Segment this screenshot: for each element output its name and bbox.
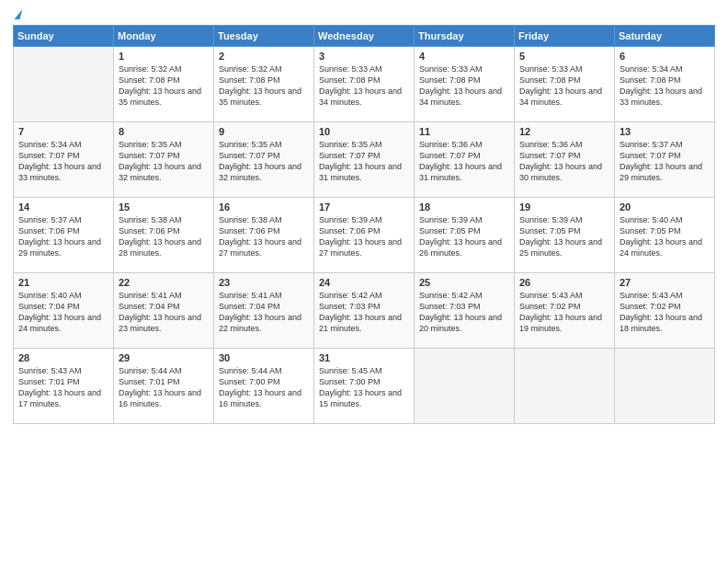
day-info: Sunrise: 5:38 AMSunset: 7:06 PMDaylight:… bbox=[119, 214, 209, 259]
day-cell: 7Sunrise: 5:34 AMSunset: 7:07 PMDaylight… bbox=[14, 122, 114, 198]
day-cell bbox=[14, 47, 114, 122]
day-cell bbox=[415, 349, 515, 424]
day-info: Sunrise: 5:33 AMSunset: 7:08 PMDaylight:… bbox=[419, 63, 509, 109]
day-info: Sunrise: 5:42 AMSunset: 7:03 PMDaylight:… bbox=[419, 290, 509, 335]
header bbox=[13, 9, 715, 19]
day-info: Sunrise: 5:43 AMSunset: 7:01 PMDaylight:… bbox=[18, 365, 108, 410]
day-info: Sunrise: 5:35 AMSunset: 7:07 PMDaylight:… bbox=[119, 139, 209, 184]
day-info: Sunrise: 5:39 AMSunset: 7:05 PMDaylight:… bbox=[519, 214, 609, 259]
day-cell: 27Sunrise: 5:43 AMSunset: 7:02 PMDayligh… bbox=[615, 273, 715, 349]
week-row-4: 21Sunrise: 5:40 AMSunset: 7:04 PMDayligh… bbox=[14, 273, 715, 349]
day-number: 11 bbox=[419, 126, 509, 137]
day-header-thursday: Thursday bbox=[415, 26, 515, 47]
day-number: 13 bbox=[620, 126, 710, 137]
day-number: 29 bbox=[119, 352, 209, 363]
day-cell: 9Sunrise: 5:35 AMSunset: 7:07 PMDaylight… bbox=[214, 122, 314, 198]
day-cell: 8Sunrise: 5:35 AMSunset: 7:07 PMDaylight… bbox=[114, 122, 214, 198]
week-row-3: 14Sunrise: 5:37 AMSunset: 7:06 PMDayligh… bbox=[14, 198, 715, 273]
day-info: Sunrise: 5:39 AMSunset: 7:06 PMDaylight:… bbox=[319, 214, 409, 259]
day-info: Sunrise: 5:37 AMSunset: 7:06 PMDaylight:… bbox=[18, 214, 108, 259]
day-info: Sunrise: 5:40 AMSunset: 7:04 PMDaylight:… bbox=[18, 290, 108, 335]
day-info: Sunrise: 5:34 AMSunset: 7:08 PMDaylight:… bbox=[620, 63, 710, 109]
day-cell: 16Sunrise: 5:38 AMSunset: 7:06 PMDayligh… bbox=[214, 198, 314, 273]
day-info: Sunrise: 5:43 AMSunset: 7:02 PMDaylight:… bbox=[620, 290, 710, 335]
day-number: 3 bbox=[319, 51, 409, 62]
day-cell: 26Sunrise: 5:43 AMSunset: 7:02 PMDayligh… bbox=[515, 273, 615, 349]
week-row-1: 1Sunrise: 5:32 AMSunset: 7:08 PMDaylight… bbox=[14, 47, 715, 122]
day-number: 26 bbox=[519, 277, 609, 288]
day-info: Sunrise: 5:37 AMSunset: 7:07 PMDaylight:… bbox=[620, 139, 710, 184]
day-number: 27 bbox=[620, 277, 710, 288]
day-cell: 20Sunrise: 5:40 AMSunset: 7:05 PMDayligh… bbox=[615, 198, 715, 273]
day-cell: 5Sunrise: 5:33 AMSunset: 7:08 PMDaylight… bbox=[515, 47, 615, 122]
day-cell: 1Sunrise: 5:32 AMSunset: 7:08 PMDaylight… bbox=[114, 47, 214, 122]
day-cell: 21Sunrise: 5:40 AMSunset: 7:04 PMDayligh… bbox=[14, 273, 114, 349]
day-cell: 30Sunrise: 5:44 AMSunset: 7:00 PMDayligh… bbox=[214, 349, 314, 424]
day-cell: 3Sunrise: 5:33 AMSunset: 7:08 PMDaylight… bbox=[314, 47, 415, 122]
day-number: 21 bbox=[18, 277, 108, 288]
day-number: 12 bbox=[519, 126, 609, 137]
day-number: 2 bbox=[219, 51, 309, 62]
logo-triangle-icon bbox=[15, 9, 23, 19]
day-cell: 23Sunrise: 5:41 AMSunset: 7:04 PMDayligh… bbox=[214, 273, 314, 349]
day-info: Sunrise: 5:35 AMSunset: 7:07 PMDaylight:… bbox=[219, 139, 309, 184]
day-number: 22 bbox=[119, 277, 209, 288]
day-cell: 13Sunrise: 5:37 AMSunset: 7:07 PMDayligh… bbox=[615, 122, 715, 198]
day-number: 17 bbox=[319, 201, 409, 213]
day-cell: 6Sunrise: 5:34 AMSunset: 7:08 PMDaylight… bbox=[615, 47, 715, 122]
day-cell: 10Sunrise: 5:35 AMSunset: 7:07 PMDayligh… bbox=[314, 122, 415, 198]
day-info: Sunrise: 5:36 AMSunset: 7:07 PMDaylight:… bbox=[519, 139, 609, 184]
day-cell bbox=[515, 349, 615, 424]
day-cell bbox=[615, 349, 715, 424]
day-cell: 25Sunrise: 5:42 AMSunset: 7:03 PMDayligh… bbox=[415, 273, 515, 349]
day-cell: 17Sunrise: 5:39 AMSunset: 7:06 PMDayligh… bbox=[314, 198, 415, 273]
day-header-friday: Friday bbox=[515, 26, 615, 47]
day-header-wednesday: Wednesday bbox=[314, 26, 415, 47]
page: SundayMondayTuesdayWednesdayThursdayFrid… bbox=[0, 0, 728, 563]
logo bbox=[13, 9, 21, 19]
day-cell: 15Sunrise: 5:38 AMSunset: 7:06 PMDayligh… bbox=[114, 198, 214, 273]
day-number: 6 bbox=[620, 51, 710, 62]
day-header-monday: Monday bbox=[114, 26, 214, 47]
day-info: Sunrise: 5:36 AMSunset: 7:07 PMDaylight:… bbox=[419, 139, 509, 184]
day-info: Sunrise: 5:32 AMSunset: 7:08 PMDaylight:… bbox=[219, 63, 309, 109]
day-number: 20 bbox=[620, 201, 710, 213]
day-info: Sunrise: 5:43 AMSunset: 7:02 PMDaylight:… bbox=[519, 290, 609, 335]
day-number: 5 bbox=[519, 51, 609, 62]
day-number: 25 bbox=[419, 277, 509, 288]
day-info: Sunrise: 5:41 AMSunset: 7:04 PMDaylight:… bbox=[119, 290, 209, 335]
day-cell: 22Sunrise: 5:41 AMSunset: 7:04 PMDayligh… bbox=[114, 273, 214, 349]
day-cell: 24Sunrise: 5:42 AMSunset: 7:03 PMDayligh… bbox=[314, 273, 415, 349]
day-number: 14 bbox=[18, 201, 108, 213]
day-cell: 19Sunrise: 5:39 AMSunset: 7:05 PMDayligh… bbox=[515, 198, 615, 273]
day-cell: 29Sunrise: 5:44 AMSunset: 7:01 PMDayligh… bbox=[114, 349, 214, 424]
day-header-sunday: Sunday bbox=[14, 26, 114, 47]
day-number: 9 bbox=[219, 126, 309, 137]
day-info: Sunrise: 5:44 AMSunset: 7:00 PMDaylight:… bbox=[219, 365, 309, 410]
day-number: 7 bbox=[18, 126, 108, 137]
day-info: Sunrise: 5:32 AMSunset: 7:08 PMDaylight:… bbox=[119, 63, 209, 109]
week-row-5: 28Sunrise: 5:43 AMSunset: 7:01 PMDayligh… bbox=[14, 349, 715, 424]
day-number: 31 bbox=[319, 352, 409, 363]
calendar-table: SundayMondayTuesdayWednesdayThursdayFrid… bbox=[13, 25, 715, 424]
day-number: 23 bbox=[219, 277, 309, 288]
day-info: Sunrise: 5:33 AMSunset: 7:08 PMDaylight:… bbox=[519, 63, 609, 109]
day-header-saturday: Saturday bbox=[615, 26, 715, 47]
day-number: 8 bbox=[119, 126, 209, 137]
day-info: Sunrise: 5:39 AMSunset: 7:05 PMDaylight:… bbox=[419, 214, 509, 259]
day-number: 24 bbox=[319, 277, 409, 288]
day-header-tuesday: Tuesday bbox=[214, 26, 314, 47]
day-info: Sunrise: 5:40 AMSunset: 7:05 PMDaylight:… bbox=[620, 214, 710, 259]
day-number: 16 bbox=[219, 201, 309, 213]
day-number: 15 bbox=[119, 201, 209, 213]
day-cell: 14Sunrise: 5:37 AMSunset: 7:06 PMDayligh… bbox=[14, 198, 114, 273]
day-number: 10 bbox=[319, 126, 409, 137]
day-info: Sunrise: 5:42 AMSunset: 7:03 PMDaylight:… bbox=[319, 290, 409, 335]
day-info: Sunrise: 5:38 AMSunset: 7:06 PMDaylight:… bbox=[219, 214, 309, 259]
day-number: 4 bbox=[419, 51, 509, 62]
week-row-2: 7Sunrise: 5:34 AMSunset: 7:07 PMDaylight… bbox=[14, 122, 715, 198]
day-cell: 2Sunrise: 5:32 AMSunset: 7:08 PMDaylight… bbox=[214, 47, 314, 122]
day-number: 30 bbox=[219, 352, 309, 363]
day-info: Sunrise: 5:44 AMSunset: 7:01 PMDaylight:… bbox=[119, 365, 209, 410]
day-cell: 18Sunrise: 5:39 AMSunset: 7:05 PMDayligh… bbox=[415, 198, 515, 273]
